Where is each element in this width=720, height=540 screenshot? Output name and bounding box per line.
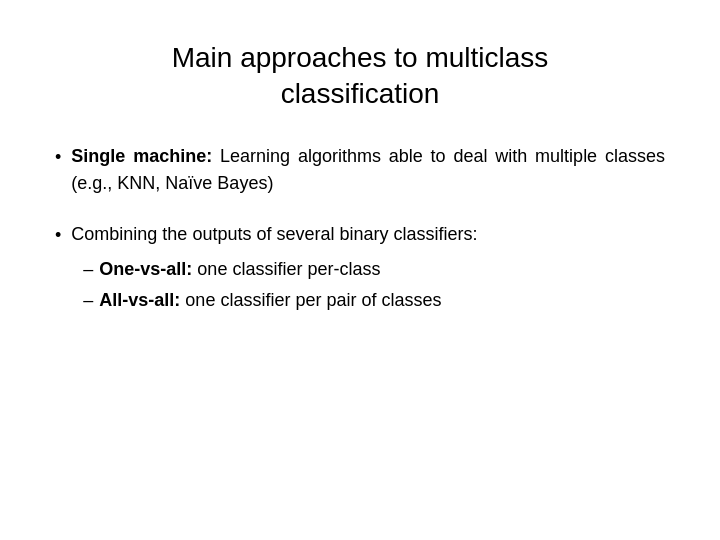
bullet-dot-2: • <box>55 222 61 249</box>
slide: Main approaches to multiclass classifica… <box>0 0 720 540</box>
bullet-text-2: Combining the outputs of several binary … <box>71 221 665 318</box>
sub-dash-2: – <box>83 287 93 314</box>
bullet-dot-1: • <box>55 144 61 171</box>
slide-title: Main approaches to multiclass classifica… <box>55 40 665 113</box>
bullet-text-1: Single machine: Learning algorithms able… <box>71 143 665 197</box>
sub-bullet-1: – One-vs-all: one classifier per-class <box>83 256 665 283</box>
sub-dash-1: – <box>83 256 93 283</box>
sub-bullet2-bold: All-vs-all: <box>99 290 180 310</box>
bullet-item-1: • Single machine: Learning algorithms ab… <box>55 143 665 197</box>
slide-content: • Single machine: Learning algorithms ab… <box>55 143 665 342</box>
bullet2-text: Combining the outputs of several binary … <box>71 224 477 244</box>
sub-bullet1-content: One-vs-all: one classifier per-class <box>99 256 380 283</box>
sub-bullet1-text: one classifier per-class <box>192 259 380 279</box>
sub-bullet1-bold: One-vs-all: <box>99 259 192 279</box>
bullet-item-2: • Combining the outputs of several binar… <box>55 221 665 318</box>
sub-bullet2-content: All-vs-all: one classifier per pair of c… <box>99 287 441 314</box>
sub-bullet2-text: one classifier per pair of classes <box>180 290 441 310</box>
sub-bullets: – One-vs-all: one classifier per-class –… <box>83 256 665 314</box>
sub-bullet-2: – All-vs-all: one classifier per pair of… <box>83 287 665 314</box>
title-line2: classification <box>281 78 440 109</box>
title-line1: Main approaches to multiclass <box>172 42 549 73</box>
bullet1-bold: Single machine: <box>71 146 212 166</box>
